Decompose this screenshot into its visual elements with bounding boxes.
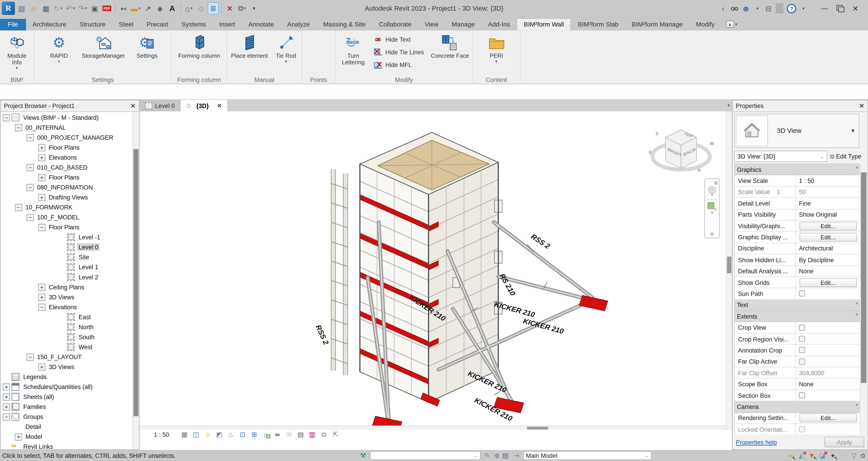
tree-expander[interactable] bbox=[3, 413, 10, 421]
edit-button[interactable]: Edit... bbox=[799, 414, 857, 423]
tree-item-label[interactable]: Level 2 bbox=[77, 273, 100, 281]
tree-item[interactable]: Legends bbox=[0, 372, 132, 382]
select-pinned-icon[interactable] bbox=[807, 451, 816, 460]
type-selector[interactable]: 3D View ▼ bbox=[734, 114, 859, 148]
close-icon[interactable]: ✕ bbox=[130, 102, 136, 110]
tree-item-label[interactable]: Schedules/Quantities (all) bbox=[22, 383, 94, 391]
tree-item[interactable]: Floor Plans bbox=[0, 222, 132, 232]
tree-expander[interactable] bbox=[38, 304, 45, 311]
property-value[interactable]: 50 bbox=[796, 189, 806, 195]
property-value[interactable]: By Discipline bbox=[796, 257, 834, 263]
chevron-down-icon[interactable] bbox=[800, 2, 807, 15]
tree-item-label[interactable]: Views (BIM² - M - Standard) bbox=[22, 114, 100, 121]
property-row[interactable]: Detail Level Fine Fine bbox=[735, 198, 861, 209]
property-row[interactable]: Discipline Architectural Architectural bbox=[735, 243, 861, 255]
property-value[interactable]: Show Original bbox=[796, 211, 837, 218]
tree-item[interactable]: Groups bbox=[0, 412, 132, 422]
tree-expander[interactable] bbox=[27, 353, 34, 361]
tree-item[interactable]: North bbox=[0, 322, 132, 332]
tree-expander[interactable] bbox=[27, 214, 34, 221]
section-collapse-icon[interactable] bbox=[855, 313, 859, 316]
project-browser-header[interactable]: Project Browser - Project1 ✕ bbox=[0, 100, 139, 112]
drawing-area[interactable]: Level 0 {3D} ✕ ▾ bbox=[140, 100, 732, 450]
tree-expander[interactable] bbox=[58, 313, 65, 321]
tree-item[interactable]: 080_INFORMATION bbox=[0, 182, 132, 192]
ribbon-tab[interactable]: File bbox=[0, 19, 26, 30]
panel-label[interactable]: Points bbox=[302, 77, 335, 83]
property-row[interactable]: Scope Box None None bbox=[735, 379, 861, 390]
tree-item[interactable]: Schedules/Quantities (all) bbox=[0, 382, 132, 392]
property-checkbox[interactable] bbox=[799, 358, 805, 365]
select-links-icon[interactable] bbox=[786, 451, 795, 460]
user-icon[interactable] bbox=[742, 2, 750, 15]
qat-icon[interactable] bbox=[208, 2, 219, 15]
qat-icon[interactable] bbox=[179, 2, 182, 15]
property-row[interactable]: Far Clip Active bbox=[735, 356, 861, 368]
qat-icon[interactable] bbox=[195, 2, 207, 15]
tree-item-label[interactable]: 00_INTERNAL bbox=[24, 124, 67, 131]
place-element-button[interactable]: Place element bbox=[228, 31, 271, 73]
module-info-button[interactable]: Module Info ▾ bbox=[4, 31, 30, 73]
qat-icon[interactable] bbox=[28, 2, 39, 15]
ribbon-tab[interactable]: Architecture bbox=[26, 19, 73, 30]
worksets-icon[interactable] bbox=[359, 451, 368, 460]
project-browser-scrollbar[interactable] bbox=[132, 113, 139, 450]
tree-item[interactable]: 010_CAD_BASED bbox=[0, 162, 132, 172]
select-by-face-icon[interactable] bbox=[818, 451, 827, 460]
tree-expander[interactable] bbox=[27, 164, 34, 171]
qat-icon[interactable] bbox=[114, 2, 117, 15]
tree-expander[interactable] bbox=[58, 234, 65, 241]
ribbon-tab[interactable]: Structure bbox=[73, 19, 112, 30]
property-value[interactable]: Fine bbox=[796, 200, 811, 206]
property-row[interactable]: Scale Value 1: 50 50 bbox=[735, 186, 861, 198]
tree-item-label[interactable]: 100_F_MODEL bbox=[35, 213, 81, 221]
steering-wheel-icon[interactable]: ◎ bbox=[708, 187, 716, 192]
tree-item-label[interactable]: Revit Links bbox=[22, 443, 55, 450]
properties-header[interactable]: Properties ✕ bbox=[733, 100, 868, 112]
view-control-icon[interactable] bbox=[262, 430, 270, 439]
view-control-icon[interactable] bbox=[180, 430, 189, 439]
tree-expander[interactable] bbox=[38, 284, 45, 291]
tree-item-label[interactable]: Level -1 bbox=[77, 233, 102, 241]
hide-tie-lines-button[interactable]: Hide Tie Lines bbox=[371, 47, 426, 58]
canvas-vertical-scrollbar[interactable] bbox=[726, 111, 732, 430]
property-row[interactable]: Annotation Crop bbox=[735, 345, 861, 356]
property-row[interactable]: Default Analysis ... None None bbox=[735, 266, 861, 277]
view-control-icon[interactable] bbox=[239, 430, 247, 439]
tree-item-label[interactable]: Floor Plans bbox=[47, 223, 81, 231]
property-row[interactable]: Locked Orientati... bbox=[735, 424, 861, 435]
property-value[interactable]: None bbox=[796, 268, 813, 275]
concrete-face-button[interactable]: Concrete Face bbox=[431, 31, 469, 73]
tree-item-label[interactable]: Families bbox=[22, 403, 48, 410]
ribbon-tab[interactable]: Analyze bbox=[280, 19, 316, 30]
edit-button[interactable]: Edit... bbox=[799, 222, 857, 230]
minimize-button[interactable] bbox=[820, 4, 828, 12]
select-underlay-icon[interactable] bbox=[797, 451, 806, 460]
type-combo[interactable]: 3D View: {3D} ⌄ bbox=[734, 151, 827, 162]
property-checkbox[interactable] bbox=[799, 324, 805, 330]
peri-button[interactable]: PERI ▾ bbox=[483, 31, 509, 73]
tree-item[interactable]: Level -1 bbox=[0, 232, 132, 242]
property-value[interactable]: None bbox=[796, 381, 813, 387]
close-button[interactable] bbox=[851, 4, 859, 12]
chevron-down-icon[interactable]: ▾ bbox=[711, 210, 713, 215]
tree-expander[interactable] bbox=[15, 423, 22, 430]
view-control-icon[interactable] bbox=[273, 430, 282, 439]
section-collapse-icon[interactable] bbox=[855, 166, 859, 169]
tree-item-label[interactable]: Drafting Views bbox=[47, 193, 90, 201]
tree-item-label[interactable]: Ceiling Plans bbox=[47, 283, 86, 291]
tree-item[interactable]: Elevations bbox=[0, 302, 132, 312]
ribbon-tab[interactable]: BIM²form Slab bbox=[571, 19, 625, 30]
rapid-button[interactable]: ⚙ RAPID ▾ bbox=[42, 31, 75, 73]
qat-icon[interactable] bbox=[101, 2, 113, 15]
qat-icon[interactable] bbox=[237, 2, 247, 15]
viewcube[interactable]: E N W S TOP RIGHT BACK bbox=[649, 122, 715, 183]
qat-icon[interactable] bbox=[65, 2, 76, 15]
options-icon[interactable]: ⊖ bbox=[710, 231, 714, 237]
tree-item[interactable]: Drafting Views bbox=[0, 192, 132, 202]
qat-icon[interactable] bbox=[89, 2, 100, 15]
tree-expander[interactable] bbox=[38, 293, 45, 301]
properties-help-link[interactable]: Properties help bbox=[736, 439, 777, 445]
ribbon-tab[interactable]: Manage bbox=[445, 19, 481, 30]
tree-expander[interactable] bbox=[38, 224, 45, 231]
